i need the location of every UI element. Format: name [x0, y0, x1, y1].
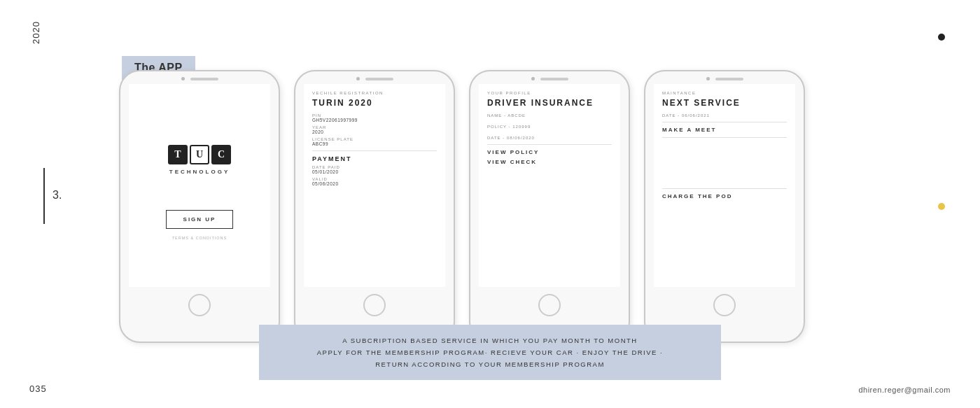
- phone-screen-4: MAINTANCE NEXT SERVICE DATE - 06/06/2021…: [654, 84, 795, 287]
- license-value: ABC99: [312, 141, 437, 146]
- screen-title-2: TURIN 2020: [312, 98, 437, 108]
- year-field-value: 2020: [312, 129, 437, 134]
- phone-home-button-2[interactable]: [363, 294, 386, 316]
- logo-screen: T U C TECHNOLOGY SIGN UP TERMS & CONDITI…: [137, 91, 262, 280]
- description-line-2: APPLY FOR THE MEMBERSHIP PROGRAM· RECIEV…: [273, 346, 707, 358]
- phone-speaker-4: [715, 78, 743, 80]
- signup-button[interactable]: SIGN UP: [166, 210, 234, 229]
- phone-home-button[interactable]: [188, 294, 211, 316]
- section-label-2: VECHILE REGISTRATION: [312, 91, 437, 95]
- phone-bottom-3: [470, 287, 629, 322]
- phone-camera-2: [356, 77, 360, 80]
- phone-side-left-1: [119, 110, 120, 124]
- logo-t: T: [168, 145, 188, 164]
- section-label-3: YOUR PROFILE: [487, 91, 612, 95]
- valid-value: 05/06/2020: [312, 181, 437, 186]
- date-label-4: DATE - 06/06/2021: [662, 113, 787, 118]
- date-label-3: DATE - 08/06/2020: [487, 136, 612, 140]
- phone-top-bar-2: [295, 71, 454, 84]
- phone-side-left-33: [469, 155, 470, 175]
- description-line-3: RETURN ACCORDING TO YOUR MEMBERSHIP PROG…: [273, 358, 707, 370]
- phone-side-right-2: [454, 113, 455, 141]
- phone-speaker: [190, 78, 218, 80]
- phone-side-left-42: [644, 131, 645, 150]
- phone-side-left-22: [294, 131, 295, 150]
- view-check-link[interactable]: VIEW CHECK: [487, 159, 612, 165]
- phone-3: YOUR PROFILE DRIVER INSURANCE NAME - ABC…: [469, 70, 630, 343]
- view-policy-link[interactable]: VIEW POLICY: [487, 149, 612, 155]
- phone-side-left-3: [119, 155, 120, 175]
- phone-speaker-2: [365, 78, 393, 80]
- phone-side-left-31: [469, 110, 470, 124]
- description-box: A SUBCRIPTION BASED SERVICE IN WHICH YOU…: [259, 325, 721, 380]
- phone-home-button-4[interactable]: [713, 294, 736, 316]
- decorative-dot-yellow: [938, 203, 945, 210]
- phone-top-bar-3: [470, 71, 629, 84]
- logo-u: U: [190, 145, 209, 164]
- phone-bottom-2: [295, 287, 454, 322]
- decorative-dot-black: [938, 34, 945, 41]
- phones-container: T U C TECHNOLOGY SIGN UP TERMS & CONDITI…: [119, 70, 805, 343]
- phone-home-button-3[interactable]: [538, 294, 561, 316]
- logo-c: C: [211, 145, 231, 164]
- terms-label[interactable]: TERMS & CONDITIONS: [172, 236, 227, 240]
- section-label-4: MAINTANCE: [662, 91, 787, 95]
- phone-side-left-43: [644, 155, 645, 175]
- phone-screen-1: T U C TECHNOLOGY SIGN UP TERMS & CONDITI…: [129, 84, 270, 287]
- phone-side-left-23: [294, 155, 295, 175]
- phone-side-left-21: [294, 110, 295, 124]
- phone-side-right: [279, 113, 280, 141]
- divider-4a: [662, 122, 787, 122]
- phone-screen-2: VECHILE REGISTRATION TURIN 2020 PIN GH5V…: [304, 84, 445, 287]
- vertical-divider: [43, 168, 45, 224]
- pin-value: GH5V22061997999: [312, 118, 437, 122]
- phone-bottom: [120, 287, 279, 322]
- year-label: 2020: [29, 21, 44, 44]
- phone-camera-3: [531, 77, 535, 80]
- phone-side-left-32: [469, 131, 470, 150]
- email-address: dhiren.reger@gmail.com: [858, 386, 951, 394]
- payment-title: PAYMENT: [312, 155, 437, 162]
- charge-pod-link[interactable]: CHARGE THE POD: [662, 193, 787, 199]
- divider-4b: [662, 137, 787, 138]
- phone-4: MAINTANCE NEXT SERVICE DATE - 06/06/2021…: [644, 70, 805, 343]
- divider-3: [487, 144, 612, 145]
- screen-title-3: DRIVER INSURANCE: [487, 98, 612, 108]
- page-number: 035: [29, 384, 47, 394]
- phone-side-left-41: [644, 110, 645, 124]
- screen-title-4: NEXT SERVICE: [662, 98, 787, 108]
- phone-camera-4: [706, 77, 710, 80]
- phone-side-right-3: [629, 113, 630, 141]
- description-line-1: A SUBCRIPTION BASED SERVICE IN WHICH YOU…: [273, 335, 707, 346]
- date-paid-value: 05/01/2020: [312, 169, 437, 174]
- phone-2: VECHILE REGISTRATION TURIN 2020 PIN GH5V…: [294, 70, 455, 343]
- make-meet-link[interactable]: MAKE A MEET: [662, 127, 787, 133]
- phone-top-bar: [120, 71, 279, 84]
- divider-4c: [662, 188, 787, 189]
- phone-1: T U C TECHNOLOGY SIGN UP TERMS & CONDITI…: [119, 70, 280, 343]
- logo-boxes: T U C: [168, 145, 231, 164]
- step-number: 3.: [52, 189, 62, 202]
- phone-speaker-3: [540, 78, 568, 80]
- divider-2: [312, 150, 437, 151]
- phone-side-right-4: [804, 113, 805, 141]
- phone-side-left-2: [119, 131, 120, 150]
- logo-tagline: TECHNOLOGY: [169, 169, 230, 175]
- phone-camera: [181, 77, 185, 80]
- phone-screen-3: YOUR PROFILE DRIVER INSURANCE NAME - ABC…: [479, 84, 620, 287]
- phone-top-bar-4: [645, 71, 804, 84]
- phone-bottom-4: [645, 287, 804, 322]
